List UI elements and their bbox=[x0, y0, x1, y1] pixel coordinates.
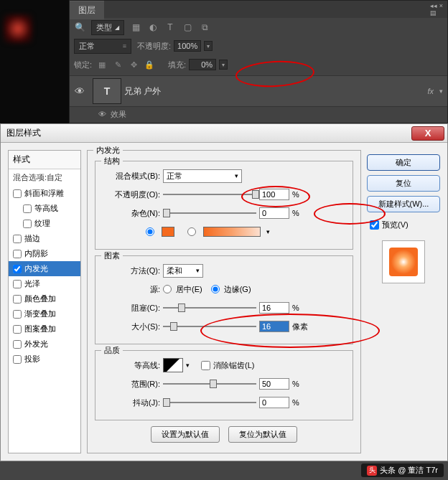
gradient-caret-icon[interactable]: ▾ bbox=[266, 228, 270, 235]
style-gradient-overlay[interactable]: 渐变叠加 bbox=[9, 306, 80, 321]
contour-checkbox[interactable] bbox=[23, 204, 32, 213]
blend-options-item[interactable]: 混合选项:自定 bbox=[9, 169, 80, 186]
styles-header[interactable]: 样式 bbox=[9, 151, 80, 169]
lock-image-icon[interactable]: ✎ bbox=[112, 59, 123, 70]
pattern-overlay-checkbox[interactable] bbox=[13, 325, 22, 334]
filter-type-label: 类型 bbox=[96, 22, 112, 33]
lock-transparent-icon[interactable]: ▦ bbox=[96, 59, 108, 70]
opacity-unit: % bbox=[292, 190, 309, 199]
filter-type-icon[interactable]: T bbox=[164, 22, 176, 33]
layer-item[interactable]: 👁 T 兄弟 户外 fx ▾ bbox=[70, 75, 447, 107]
style-inner-shadow[interactable]: 内阴影 bbox=[9, 246, 80, 261]
source-center-radio[interactable] bbox=[163, 285, 172, 293]
solid-color-radio[interactable] bbox=[146, 227, 154, 236]
style-stroke[interactable]: 描边 bbox=[9, 231, 80, 246]
preview-checkbox[interactable] bbox=[370, 220, 379, 230]
reset-default-button[interactable]: 复位为默认值 bbox=[228, 426, 297, 443]
canvas-preview bbox=[0, 0, 69, 123]
blend-mode-row: 正常 不透明度: 100% ▾ bbox=[70, 37, 447, 55]
texture-checkbox[interactable] bbox=[23, 220, 32, 228]
opacity-caret-icon[interactable]: ▾ bbox=[204, 41, 213, 51]
lock-position-icon[interactable]: ✥ bbox=[128, 59, 139, 70]
contour-label: 等高线 bbox=[34, 203, 58, 214]
style-color-overlay[interactable]: 颜色叠加 bbox=[9, 291, 80, 306]
color-swatch[interactable] bbox=[162, 227, 174, 237]
visibility-icon[interactable]: 👁 bbox=[70, 85, 90, 97]
filter-smart-icon[interactable]: ⧉ bbox=[199, 22, 210, 33]
effect-label: 效果 bbox=[111, 109, 126, 120]
gradient-radio[interactable] bbox=[187, 227, 196, 236]
opacity-row: 不透明度(O): % bbox=[103, 187, 345, 202]
opacity-input[interactable] bbox=[259, 189, 289, 200]
ok-button[interactable]: 确定 bbox=[367, 154, 440, 171]
stroke-checkbox[interactable] bbox=[13, 235, 22, 243]
source-edge-radio[interactable] bbox=[211, 285, 220, 293]
lock-all-icon[interactable]: 🔒 bbox=[144, 59, 155, 70]
noise-input[interactable] bbox=[259, 207, 289, 219]
contour-preview[interactable] bbox=[163, 358, 183, 372]
choke-input[interactable] bbox=[259, 302, 289, 314]
bevel-checkbox[interactable] bbox=[13, 189, 22, 198]
opacity-slider[interactable] bbox=[163, 189, 256, 199]
fill-caret-icon[interactable]: ▾ bbox=[219, 60, 228, 70]
jitter-input[interactable] bbox=[259, 397, 289, 408]
drop-shadow-label: 投影 bbox=[24, 354, 40, 364]
eye-sub-icon[interactable]: 👁 bbox=[98, 110, 106, 118]
style-contour[interactable]: 等高线 bbox=[9, 201, 80, 216]
opacity-value[interactable]: 100% bbox=[174, 40, 201, 52]
dialog-right-panel: 确定 复位 新建样式(W)... 预览(V) bbox=[367, 150, 440, 453]
blend-mode-select[interactable]: 正常 bbox=[163, 169, 242, 183]
set-default-button[interactable]: 设置为默认值 bbox=[151, 426, 220, 443]
fill-value[interactable]: 0% bbox=[189, 59, 216, 70]
style-texture[interactable]: 纹理 bbox=[9, 216, 80, 231]
style-drop-shadow[interactable]: 投影 bbox=[9, 352, 80, 367]
technique-label: 方法(Q): bbox=[103, 265, 160, 276]
tab-layers[interactable]: 图层 bbox=[70, 1, 104, 19]
fx-caret-icon[interactable]: ▾ bbox=[439, 88, 443, 95]
inner-shadow-checkbox[interactable] bbox=[13, 250, 22, 258]
structure-box: 结构 混合模式(B): 正常 不透明度(O): % 杂色(N): bbox=[95, 161, 353, 250]
filter-pixel-icon[interactable]: ▦ bbox=[130, 22, 141, 33]
dialog-titlebar[interactable]: 图层样式 X bbox=[1, 124, 447, 143]
layer-effect-sub[interactable]: 👁 效果 bbox=[70, 107, 447, 121]
search-icon[interactable]: 🔍 bbox=[74, 22, 85, 33]
new-style-button[interactable]: 新建样式(W)... bbox=[367, 196, 440, 212]
layer-style-dialog: 图层样式 X 样式 混合选项:自定 斜面和浮雕 等高线 纹理 描边 内阴影 内发… bbox=[0, 123, 448, 461]
filter-type-dropdown[interactable]: 类型 ◢ bbox=[91, 20, 124, 35]
layer-name-text[interactable]: 兄弟 户外 bbox=[124, 85, 161, 98]
jitter-slider[interactable] bbox=[163, 397, 256, 408]
style-bevel[interactable]: 斜面和浮雕 bbox=[9, 186, 80, 201]
satin-checkbox[interactable] bbox=[13, 280, 22, 288]
style-inner-glow[interactable]: 内发光 bbox=[9, 261, 80, 276]
antialias-checkbox[interactable] bbox=[201, 361, 210, 370]
cancel-button[interactable]: 复位 bbox=[367, 175, 440, 192]
range-slider[interactable] bbox=[163, 379, 256, 389]
layer-fx-badge[interactable]: fx bbox=[427, 87, 434, 95]
dialog-body: 样式 混合选项:自定 斜面和浮雕 等高线 纹理 描边 内阴影 内发光 光泽 颜色… bbox=[1, 143, 447, 461]
settings-panel: 内发光 结构 混合模式(B): 正常 不透明度(O): % 杂色(N): bbox=[87, 150, 361, 453]
range-input[interactable] bbox=[259, 378, 289, 390]
outer-glow-checkbox[interactable] bbox=[13, 340, 22, 349]
color-overlay-checkbox[interactable] bbox=[13, 295, 22, 303]
gradient-overlay-checkbox[interactable] bbox=[13, 310, 22, 319]
panel-menu-icons[interactable]: ◂◂ ×▤ bbox=[430, 2, 443, 17]
contour-caret-icon[interactable]: ▾ bbox=[186, 362, 190, 369]
noise-slider[interactable] bbox=[163, 208, 256, 218]
style-pattern-overlay[interactable]: 图案叠加 bbox=[9, 321, 80, 337]
gradient-preview[interactable] bbox=[203, 227, 261, 237]
size-input[interactable] bbox=[259, 321, 289, 332]
size-slider[interactable] bbox=[163, 321, 256, 331]
filter-shape-icon[interactable]: ▢ bbox=[182, 22, 193, 33]
inner-glow-checkbox[interactable] bbox=[13, 265, 22, 273]
style-outer-glow[interactable]: 外发光 bbox=[9, 337, 80, 352]
layer-thumbnail[interactable]: T bbox=[93, 78, 121, 104]
drop-shadow-checkbox[interactable] bbox=[13, 355, 22, 364]
source-center-label: 居中(E) bbox=[176, 284, 202, 295]
lock-row: 锁定: ▦ ✎ ✥ 🔒 填充: 0% ▾ bbox=[70, 55, 447, 74]
filter-adjust-icon[interactable]: ◐ bbox=[147, 22, 159, 33]
blend-mode-dropdown[interactable]: 正常 bbox=[74, 39, 131, 54]
style-satin[interactable]: 光泽 bbox=[9, 276, 80, 291]
close-button[interactable]: X bbox=[411, 126, 444, 141]
choke-slider[interactable] bbox=[163, 303, 256, 313]
technique-select[interactable]: 柔和 bbox=[163, 264, 203, 278]
